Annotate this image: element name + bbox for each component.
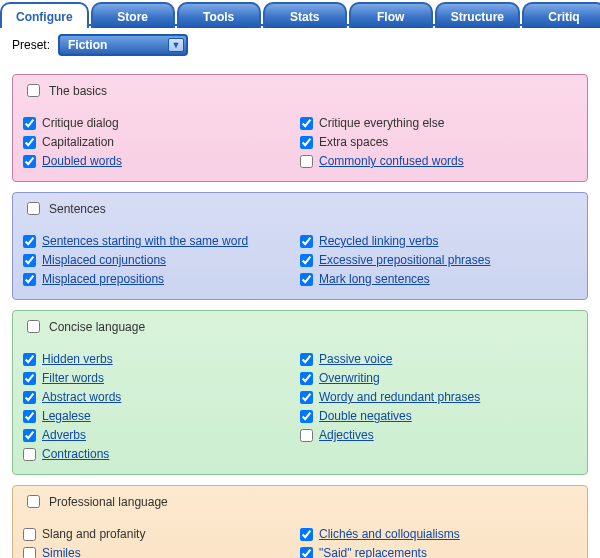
preset-select[interactable]: Fiction ▼ (58, 34, 188, 56)
checkbox-slang[interactable] (23, 528, 36, 541)
checkbox-extra-spaces[interactable] (300, 136, 313, 149)
panel-basics: The basics Critique dialog Capitalizatio… (12, 74, 588, 182)
link-cliches[interactable]: Clichés and colloquialisms (319, 526, 460, 543)
checkbox-similes[interactable] (23, 547, 36, 558)
link-adverbs[interactable]: Adverbs (42, 427, 86, 444)
link-wordy[interactable]: Wordy and redundant phrases (319, 389, 480, 406)
link-excessive-prep[interactable]: Excessive prepositional phrases (319, 252, 490, 269)
chevron-down-icon: ▼ (168, 38, 184, 52)
checkbox-hidden-verbs[interactable] (23, 353, 36, 366)
checkbox-recycled-verbs[interactable] (300, 235, 313, 248)
link-hidden-verbs[interactable]: Hidden verbs (42, 351, 113, 368)
checkbox-sentences-master[interactable] (27, 202, 40, 215)
checkbox-critique-dialog[interactable] (23, 117, 36, 130)
checkbox-cliches[interactable] (300, 528, 313, 541)
checkbox-adverbs[interactable] (23, 429, 36, 442)
tab-critique[interactable]: Critiq (522, 2, 600, 28)
panel-title-sentences: Sentences (49, 202, 106, 216)
checkbox-long-sent[interactable] (300, 273, 313, 286)
link-misplaced-prep[interactable]: Misplaced prepositions (42, 271, 164, 288)
link-contractions[interactable]: Contractions (42, 446, 109, 463)
checkbox-wordy[interactable] (300, 391, 313, 404)
link-misplaced-conj[interactable]: Misplaced conjunctions (42, 252, 166, 269)
link-same-word[interactable]: Sentences starting with the same word (42, 233, 248, 250)
checkbox-adjectives[interactable] (300, 429, 313, 442)
tab-flow[interactable]: Flow (349, 2, 433, 28)
link-legalese[interactable]: Legalese (42, 408, 91, 425)
checkbox-contractions[interactable] (23, 448, 36, 461)
checkbox-prolang-master[interactable] (27, 495, 40, 508)
panel-concise: Concise language Hidden verbs Filter wor… (12, 310, 588, 475)
link-double-neg[interactable]: Double negatives (319, 408, 412, 425)
link-similes[interactable]: Similes (42, 545, 81, 558)
preset-value: Fiction (68, 38, 107, 52)
link-confused-words[interactable]: Commonly confused words (319, 153, 464, 170)
panel-title-prolang: Professional language (49, 495, 168, 509)
checkbox-said-repl[interactable] (300, 547, 313, 558)
tab-stats[interactable]: Stats (263, 2, 347, 28)
panels-container: The basics Critique dialog Capitalizatio… (0, 74, 600, 558)
link-doubled-words[interactable]: Doubled words (42, 153, 122, 170)
label-slang: Slang and profanity (42, 526, 145, 543)
checkbox-capitalization[interactable] (23, 136, 36, 149)
checkbox-misplaced-conj[interactable] (23, 254, 36, 267)
checkbox-excessive-prep[interactable] (300, 254, 313, 267)
checkbox-abstract-words[interactable] (23, 391, 36, 404)
panel-title-concise: Concise language (49, 320, 145, 334)
label-capitalization: Capitalization (42, 134, 114, 151)
preset-row: Preset: Fiction ▼ (0, 26, 600, 64)
preset-label: Preset: (12, 38, 50, 52)
panel-prolang: Professional language Slang and profanit… (12, 485, 588, 558)
link-long-sent[interactable]: Mark long sentences (319, 271, 430, 288)
checkbox-critique-else[interactable] (300, 117, 313, 130)
checkbox-basics-master[interactable] (27, 84, 40, 97)
label-critique-dialog: Critique dialog (42, 115, 119, 132)
checkbox-same-word[interactable] (23, 235, 36, 248)
link-passive-voice[interactable]: Passive voice (319, 351, 392, 368)
tab-tools[interactable]: Tools (177, 2, 261, 28)
checkbox-overwriting[interactable] (300, 372, 313, 385)
link-adjectives[interactable]: Adjectives (319, 427, 374, 444)
tab-structure[interactable]: Structure (435, 2, 520, 28)
checkbox-confused-words[interactable] (300, 155, 313, 168)
link-recycled-verbs[interactable]: Recycled linking verbs (319, 233, 438, 250)
checkbox-passive-voice[interactable] (300, 353, 313, 366)
tab-configure[interactable]: Configure (0, 2, 89, 28)
link-said-repl[interactable]: "Said" replacements (319, 545, 427, 558)
checkbox-legalese[interactable] (23, 410, 36, 423)
checkbox-misplaced-prep[interactable] (23, 273, 36, 286)
checkbox-doubled-words[interactable] (23, 155, 36, 168)
link-filter-words[interactable]: Filter words (42, 370, 104, 387)
panel-title-basics: The basics (49, 84, 107, 98)
tab-store[interactable]: Store (91, 2, 175, 28)
link-overwriting[interactable]: Overwriting (319, 370, 380, 387)
checkbox-concise-master[interactable] (27, 320, 40, 333)
panel-sentences: Sentences Sentences starting with the sa… (12, 192, 588, 300)
tab-bar: Configure Store Tools Stats Flow Structu… (0, 0, 600, 26)
link-abstract-words[interactable]: Abstract words (42, 389, 121, 406)
checkbox-double-neg[interactable] (300, 410, 313, 423)
label-critique-else: Critique everything else (319, 115, 444, 132)
checkbox-filter-words[interactable] (23, 372, 36, 385)
label-extra-spaces: Extra spaces (319, 134, 388, 151)
